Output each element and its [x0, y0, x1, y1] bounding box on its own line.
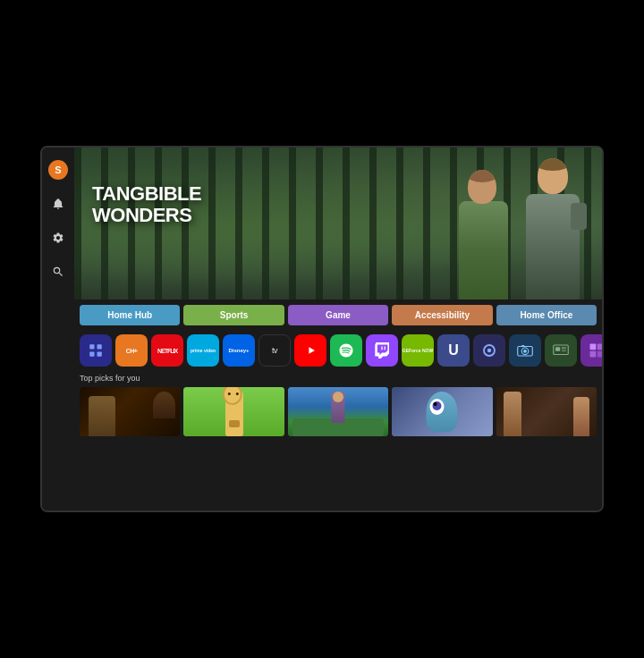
purple-app-icon[interactable]	[580, 334, 602, 367]
apps-row: CH+ NETFLIX prime video Disney+ tv	[74, 331, 602, 370]
pick-card-1[interactable]	[80, 387, 180, 436]
svg-rect-3	[97, 352, 102, 357]
geforce-now-icon[interactable]: GEForce NOW	[402, 334, 434, 367]
youtube-icon[interactable]	[294, 334, 326, 367]
svg-rect-13	[521, 345, 524, 347]
pick-card-5[interactable]	[496, 387, 597, 436]
bell-icon[interactable]	[48, 194, 68, 214]
home-office-button[interactable]: Home Office	[496, 305, 597, 325]
top-picks-section: Top picks for you	[74, 370, 602, 510]
ublock-icon[interactable]: U	[437, 334, 470, 367]
svg-rect-0	[89, 344, 94, 349]
sports-button[interactable]: Sports	[183, 305, 284, 325]
netflix-icon[interactable]: NETFLIX	[151, 334, 183, 367]
hero-title: TANGBIBLE WONDERS	[92, 183, 201, 226]
home-hub-button[interactable]: Home Hub	[80, 305, 180, 325]
hero-banner: TANGBIBLE WONDERS	[74, 148, 602, 299]
all-apps-icon[interactable]	[80, 334, 112, 367]
svg-rect-21	[597, 351, 602, 358]
hero-persons	[454, 158, 584, 299]
top-picks-label: Top picks for you	[80, 374, 597, 383]
screen-share-icon[interactable]	[545, 334, 577, 367]
svg-point-12	[523, 350, 527, 353]
svg-rect-20	[590, 351, 597, 358]
svg-rect-18	[590, 344, 597, 350]
search-icon[interactable]	[48, 262, 68, 282]
apple-tv-icon[interactable]: tv	[258, 334, 291, 367]
tv-frame: S TANGBIBLE WONDERS	[40, 146, 604, 512]
svg-rect-19	[597, 344, 602, 350]
quick-menu: Home Hub Sports Game Accessibility Home …	[74, 299, 602, 331]
prime-video-icon[interactable]: prime video	[187, 334, 219, 367]
twitch-icon[interactable]	[366, 334, 398, 367]
svg-rect-15	[555, 347, 560, 351]
svg-rect-17	[562, 350, 566, 351]
svg-rect-16	[562, 347, 566, 349]
svg-rect-2	[89, 352, 94, 357]
game-button[interactable]: Game	[288, 305, 388, 325]
profile-icon[interactable]: S	[48, 160, 68, 180]
accessibility-button[interactable]: Accessibility	[392, 305, 492, 325]
pick-card-4[interactable]	[392, 387, 492, 436]
main-content: TANGBIBLE WONDERS	[74, 148, 602, 510]
circle-icon[interactable]	[473, 334, 505, 367]
settings-icon[interactable]	[48, 228, 68, 248]
svg-rect-7	[381, 347, 382, 350]
person-1	[454, 170, 513, 299]
sidebar: S	[42, 148, 74, 510]
ch-plus-icon[interactable]: CH+	[115, 334, 148, 367]
person-2	[521, 158, 584, 299]
svg-point-9	[487, 349, 492, 353]
pick-card-2[interactable]	[183, 387, 284, 436]
camera-icon[interactable]	[509, 334, 541, 367]
spotify-icon[interactable]	[330, 334, 362, 367]
pick-card-3[interactable]	[288, 387, 388, 436]
svg-rect-1	[97, 344, 102, 349]
disney-plus-icon[interactable]: Disney+	[223, 334, 255, 367]
top-picks-grid	[80, 387, 597, 436]
svg-rect-6	[385, 347, 386, 350]
